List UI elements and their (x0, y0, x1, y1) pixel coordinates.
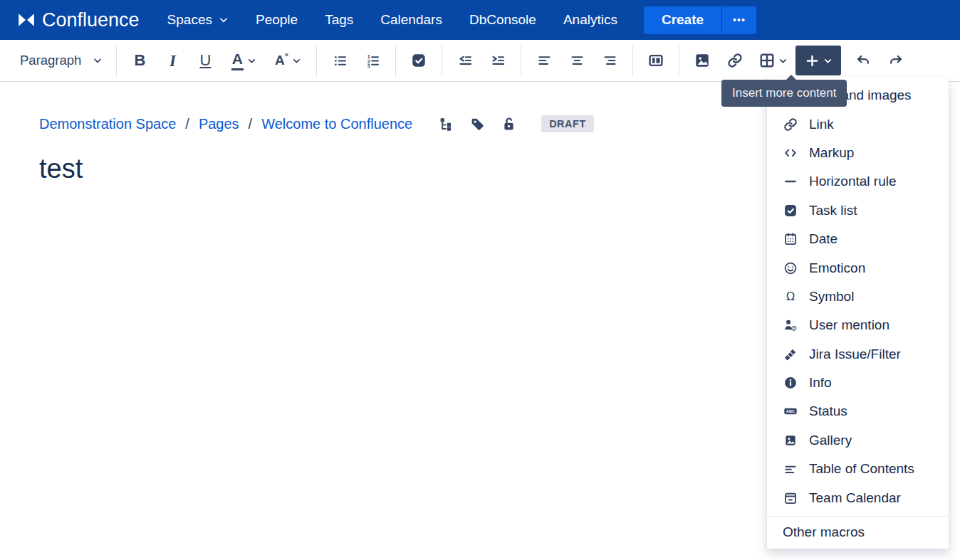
text-color-dropdown[interactable]: A (221, 46, 266, 75)
markup-icon (783, 146, 798, 160)
page-tree-icon[interactable] (439, 117, 454, 132)
align-right-button[interactable] (593, 46, 626, 75)
editor-toolbar: Paragraph B I U A A° 123 (0, 40, 960, 82)
logo-text: Confluence (42, 9, 140, 31)
top-navigation-bar: Confluence Spaces People Tags Calendars … (0, 0, 960, 40)
bullet-list-icon (333, 53, 348, 68)
svg-text:3: 3 (367, 63, 370, 68)
menu-item-emoticon[interactable]: Emoticon (767, 253, 949, 282)
more-formatting-icon: A° (275, 53, 288, 68)
insert-more-content-menu: Files and images Link Markup Horizontal … (766, 78, 949, 549)
create-button-group: Create ••• (644, 6, 756, 34)
underline-button[interactable]: U (189, 46, 221, 75)
insert-image-button[interactable] (686, 46, 719, 75)
menu-item-table-of-contents[interactable]: Table of Contents (767, 455, 949, 483)
chevron-down-icon (219, 15, 229, 25)
chevron-down-icon (292, 56, 301, 65)
menu-item-team-calendar[interactable]: Team Calendar (767, 483, 949, 512)
breadcrumb-pages-link[interactable]: Pages (199, 116, 239, 132)
confluence-logo-icon (17, 12, 36, 28)
page-layout-icon (648, 53, 664, 68)
table-of-contents-icon (783, 462, 798, 476)
insert-table-dropdown[interactable] (751, 46, 795, 75)
plus-icon (805, 53, 820, 68)
menu-item-markup[interactable]: Markup (767, 139, 949, 167)
outdent-button[interactable] (449, 46, 481, 75)
nav-item-people[interactable]: People (242, 0, 311, 40)
menu-item-status[interactable]: ABC Status (767, 397, 949, 426)
nav-item-dbconsole[interactable]: DbConsole (456, 0, 550, 40)
outdent-icon (458, 53, 473, 68)
info-icon (783, 376, 798, 390)
link-icon (783, 117, 798, 132)
nav-item-spaces[interactable]: Spaces (154, 0, 242, 40)
svg-text:Ω: Ω (786, 290, 795, 303)
indent-icon (491, 53, 506, 68)
toolbar-separator (442, 45, 442, 77)
menu-item-horizontal-rule[interactable]: Horizontal rule (767, 167, 949, 196)
align-right-icon (602, 53, 617, 68)
paragraph-style-dropdown[interactable]: Paragraph (13, 46, 110, 75)
svg-text:@: @ (791, 324, 797, 332)
nav-item-analytics[interactable]: Analytics (550, 0, 631, 40)
chevron-down-icon (93, 56, 103, 65)
task-list-icon (411, 53, 427, 68)
menu-item-jira-issue-filter[interactable]: Jira Issue/Filter (767, 340, 949, 369)
indent-button[interactable] (481, 46, 514, 75)
unlock-icon[interactable] (501, 117, 516, 132)
team-calendar-icon (783, 491, 798, 505)
align-left-button[interactable] (528, 46, 560, 75)
toolbar-separator (395, 45, 396, 77)
menu-item-gallery[interactable]: Gallery (767, 426, 949, 455)
menu-item-link[interactable]: Link (767, 110, 949, 138)
breadcrumb-page-link[interactable]: Welcome to Confluence (261, 116, 412, 132)
italic-button[interactable]: I (156, 46, 189, 75)
menu-item-info[interactable]: Info (767, 369, 949, 397)
toolbar-separator (679, 45, 679, 77)
create-button[interactable]: Create (644, 6, 721, 34)
image-icon (694, 53, 710, 68)
toolbar-separator (632, 45, 633, 77)
redo-button[interactable] (880, 46, 912, 75)
undo-button[interactable] (847, 46, 880, 75)
bullet-list-button[interactable] (323, 46, 356, 75)
status-icon: ABC (783, 404, 798, 418)
chevron-down-icon (778, 56, 788, 65)
page-layout-button[interactable] (640, 46, 672, 75)
jira-icon (783, 347, 798, 361)
toolbar-separator (521, 45, 521, 77)
table-icon (759, 53, 775, 68)
more-formatting-dropdown[interactable]: A° (266, 46, 310, 75)
chevron-down-icon (247, 56, 256, 65)
nav-item-calendars[interactable]: Calendars (367, 0, 456, 40)
undo-icon (855, 53, 871, 68)
symbol-icon: Ω (783, 290, 798, 304)
insert-link-button[interactable] (719, 46, 751, 75)
insert-more-content-dropdown[interactable] (795, 46, 841, 75)
labels-tag-icon[interactable] (470, 117, 485, 132)
numbered-list-button[interactable]: 123 (356, 46, 389, 75)
toolbar-separator (116, 45, 117, 77)
menu-item-date[interactable]: Date (767, 225, 949, 253)
user-mention-icon: @ (783, 318, 798, 332)
emoticon-icon (783, 261, 798, 275)
align-center-icon (570, 53, 585, 68)
create-more-button[interactable]: ••• (721, 6, 756, 34)
task-list-button[interactable] (402, 46, 435, 75)
redo-icon (888, 53, 904, 68)
task-list-icon (783, 204, 798, 218)
nav-item-tags[interactable]: Tags (311, 0, 367, 40)
align-center-button[interactable] (560, 46, 593, 75)
gallery-icon (783, 433, 798, 448)
link-icon (727, 53, 743, 68)
confluence-logo[interactable]: Confluence (17, 9, 140, 31)
breadcrumb-space-link[interactable]: Demonstration Space (39, 116, 176, 132)
insert-more-content-tooltip: Insert more content (721, 80, 847, 107)
toolbar-separator (316, 45, 317, 77)
menu-item-symbol[interactable]: Ω Symbol (767, 282, 949, 311)
chevron-down-icon (823, 56, 833, 65)
menu-item-user-mention[interactable]: @ User mention (767, 311, 949, 339)
menu-item-task-list[interactable]: Task list (767, 196, 949, 225)
menu-item-other-macros[interactable]: Other macros (767, 517, 949, 549)
bold-button[interactable]: B (123, 46, 156, 75)
